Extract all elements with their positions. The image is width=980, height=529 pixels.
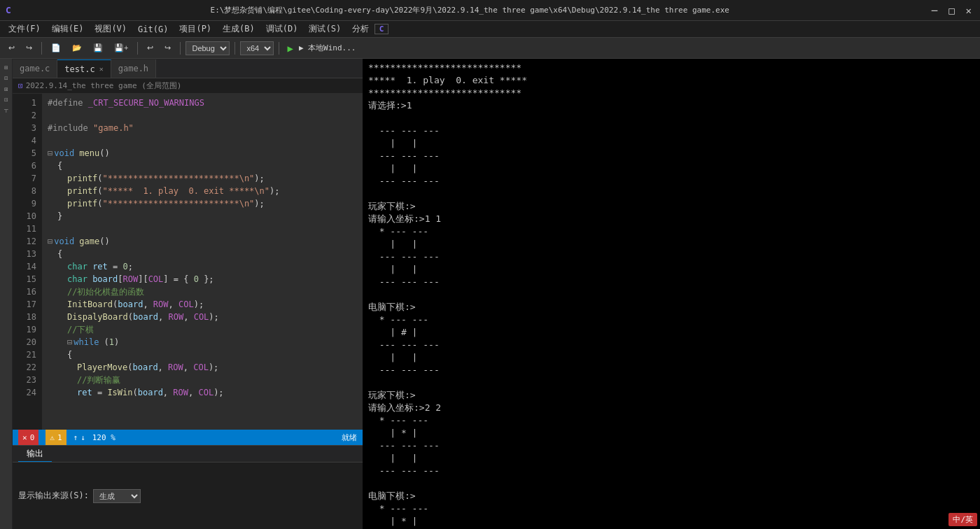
activity-search[interactable]: ⊟: [1, 75, 11, 81]
con-13: 请输入坐标:>1 1: [368, 213, 974, 225]
code-line-19: //下棋: [48, 323, 363, 336]
platform-select[interactable]: x64: [240, 41, 274, 55]
code-line-15: char board[ROW][COL] = { 0 };: [48, 273, 363, 285]
activity-extensions[interactable]: ⊢: [1, 108, 11, 114]
output-content: 显示输出来源(S): 生成: [13, 463, 363, 529]
con-33: --- --- ---: [368, 465, 974, 477]
toolbar-open[interactable]: 📂: [68, 41, 86, 55]
con-22: | # |: [368, 326, 974, 339]
fold-while[interactable]: ⊟: [67, 336, 72, 348]
con-2: ***** 1. play 0. exit *****: [368, 74, 974, 87]
toolbar-forward[interactable]: ↪: [22, 41, 36, 55]
activity-explorer[interactable]: ⊞: [1, 64, 11, 71]
gitee-icon: C: [374, 24, 388, 34]
code-str-3: "game.h": [93, 122, 134, 134]
output-source-select[interactable]: 生成: [93, 489, 141, 503]
menu-edit[interactable]: 编辑(E): [46, 22, 90, 36]
code-line-13: {: [48, 248, 363, 260]
code-line-7: printf("**************************\n");: [48, 172, 363, 185]
code-line-14: char ret = 0;: [48, 260, 363, 273]
line-numbers: 1234 5678 9101112 13141516 17181920 2122…: [13, 94, 42, 430]
breadcrumb-path: 2022.9.14_the three game (全局范围): [26, 80, 182, 91]
toolbar-new[interactable]: 📄: [47, 41, 65, 55]
title-bar-left: C: [6, 5, 11, 15]
console-panel: **************************** ***** 1. pl…: [363, 59, 980, 529]
code-line-9: printf("**************************\n");: [48, 197, 363, 210]
tab-game-c-label: game.c: [20, 64, 50, 73]
tab-test-c-label: test.c: [64, 64, 94, 74]
con-26: [368, 376, 974, 389]
up-arrow-btn[interactable]: ↑: [74, 433, 78, 442]
toolbar-undo[interactable]: ↩: [143, 41, 158, 55]
con-34: [368, 477, 974, 490]
error-indicator[interactable]: ✕ 0: [18, 430, 38, 445]
tab-game-c[interactable]: game.c: [13, 59, 57, 78]
status-bar: ✕ 0 ⚠ 1 ↑ ↓ 120 % 就绪: [13, 430, 363, 445]
status-bar-right: 就绪: [342, 432, 357, 443]
con-4: 请选择:>1: [368, 99, 974, 112]
error-icon: ✕: [22, 433, 27, 442]
minimize-button[interactable]: ─: [929, 5, 940, 16]
con-24: | |: [368, 351, 974, 364]
output-tab[interactable]: 输出: [18, 446, 52, 462]
menu-bar: 文件(F) 编辑(E) 视图(V) Git(G) 项目(P) 生成(B) 调试(…: [0, 21, 980, 38]
toolbar-sep1: [41, 42, 42, 55]
fold-game[interactable]: ⊟: [48, 235, 52, 248]
toolbar-sep5: [279, 42, 279, 55]
activity-git[interactable]: ⊠: [1, 86, 11, 92]
code-while: while: [74, 336, 99, 348]
menu-file[interactable]: 文件(F): [3, 22, 46, 36]
code-line-23: //判断输赢: [48, 374, 363, 386]
code-editor[interactable]: 1234 5678 9101112 13141516 17181920 2122…: [13, 94, 363, 430]
warning-indicator[interactable]: ⚠ 1: [46, 430, 66, 445]
con-36: * --- ---: [368, 502, 974, 515]
tab-game-h[interactable]: game.h: [111, 59, 156, 78]
menu-view[interactable]: 视图(V): [89, 22, 132, 36]
code-line-6: {: [48, 160, 363, 172]
maximize-button[interactable]: □: [946, 5, 957, 16]
output-source-label: 显示输出来源(S):: [18, 490, 89, 502]
menu-debug[interactable]: 调试(D): [260, 22, 304, 36]
toolbar-sep2: [137, 42, 138, 55]
warning-icon: ⚠: [50, 433, 55, 442]
menu-build[interactable]: 生成(B): [217, 22, 260, 36]
toolbar-sep3: [180, 42, 181, 55]
con-23: --- --- ---: [368, 339, 974, 351]
toolbar-redo[interactable]: ↪: [160, 41, 175, 55]
tab-test-c-close[interactable]: ✕: [99, 65, 104, 73]
run-button[interactable]: ▶: [284, 43, 295, 54]
menu-project[interactable]: 项目(P): [174, 22, 217, 36]
code-line-10: }: [48, 210, 363, 223]
debug-config-select[interactable]: Debug: [186, 41, 230, 55]
menu-test[interactable]: 测试(S): [303, 22, 346, 36]
down-arrow-btn[interactable]: ↓: [80, 433, 85, 442]
activity-debug[interactable]: ⊡: [1, 97, 11, 103]
run-label[interactable]: ▶ 本地Wind...: [299, 43, 356, 53]
code-kw-12: void: [54, 235, 79, 248]
code-line-20: ⊟while (1): [48, 336, 363, 348]
status-text: 就绪: [342, 432, 357, 443]
code-include: #include: [48, 122, 93, 134]
menu-git[interactable]: Git(G): [132, 23, 174, 36]
zoom-level[interactable]: 120 %: [92, 433, 115, 442]
code-line-3: #include "game.h": [48, 122, 363, 134]
code-line-11: [48, 223, 363, 235]
fold-menu[interactable]: ⊟: [48, 147, 52, 160]
tab-game-h-label: game.h: [118, 64, 148, 73]
tab-test-c[interactable]: test.c ✕: [57, 59, 111, 78]
status-bar-left: ✕ 0 ⚠ 1 ↑ ↓ 120 %: [18, 430, 115, 445]
con-11: [368, 188, 974, 200]
breadcrumb-icon: ⊡: [18, 81, 23, 90]
menu-analyze[interactable]: 分析: [346, 22, 374, 36]
con-12: 玩家下棋:>: [368, 200, 974, 213]
code-line-5: ⊟void menu(): [48, 147, 363, 160]
con-6: --- --- ---: [368, 125, 974, 137]
con-29: * --- ---: [368, 414, 974, 427]
toolbar-saveall[interactable]: 💾+: [110, 41, 132, 55]
code-line-24: ret = IsWin(board, ROW, COL);: [48, 386, 363, 399]
output-source: 显示输出来源(S): 生成: [18, 489, 141, 503]
toolbar-save[interactable]: 💾: [89, 41, 107, 55]
close-button[interactable]: ✕: [963, 5, 974, 16]
toolbar-back[interactable]: ↩: [4, 41, 19, 55]
con-20: 电脑下棋:>: [368, 301, 974, 313]
